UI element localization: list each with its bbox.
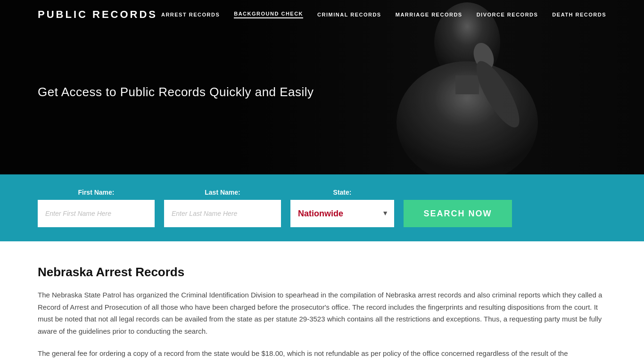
- nav-arrest-records[interactable]: ARREST RECORDS: [161, 12, 220, 17]
- header: PUBLIC RECORDS ARREST RECORDS BACKGROUND…: [0, 0, 644, 29]
- nav-death-records[interactable]: DEATH RECORDS: [552, 12, 606, 17]
- hero-title: Get Access to Public Records Quickly and…: [38, 85, 606, 99]
- nav-background-check[interactable]: BACKGROUND CHECK: [234, 11, 303, 18]
- nav-criminal-records[interactable]: CRIMINAL RECORDS: [317, 12, 381, 17]
- search-bar: First Name: Last Name: State: Nationwide…: [0, 174, 644, 241]
- state-label: State:: [290, 189, 394, 196]
- first-name-label: First Name:: [38, 189, 155, 196]
- first-name-field: First Name:: [38, 189, 155, 227]
- nav-marriage-records[interactable]: MARRIAGE RECORDS: [396, 12, 462, 17]
- main-nav: ARREST RECORDS BACKGROUND CHECK CRIMINAL…: [161, 11, 606, 18]
- state-select[interactable]: Nationwide Alabama Alaska Arizona Arkans…: [290, 200, 394, 227]
- state-select-wrapper: Nationwide Alabama Alaska Arizona Arkans…: [290, 200, 394, 227]
- main-content: Nebraska Arrest Records The Nebraska Sta…: [0, 241, 644, 362]
- last-name-field: Last Name:: [164, 189, 281, 227]
- last-name-label: Last Name:: [164, 189, 281, 196]
- state-field: State: Nationwide Alabama Alaska Arizona…: [290, 189, 394, 227]
- content-paragraph-2: The general fee for ordering a copy of a…: [38, 347, 606, 360]
- site-logo[interactable]: PUBLIC RECORDS: [38, 8, 157, 21]
- content-paragraph-1: The Nebraska State Patrol has organized …: [38, 289, 606, 337]
- first-name-input[interactable]: [38, 200, 155, 227]
- content-heading: Nebraska Arrest Records: [38, 265, 606, 280]
- last-name-input[interactable]: [164, 200, 281, 227]
- search-button[interactable]: SEARCH NOW: [404, 200, 512, 227]
- nav-divorce-records[interactable]: DIVORCE RECORDS: [477, 12, 538, 17]
